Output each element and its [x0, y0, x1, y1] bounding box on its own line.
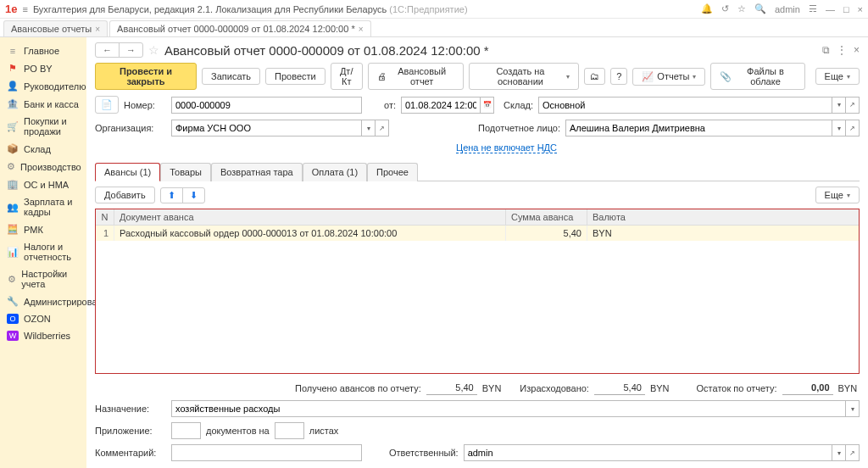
dropdown-icon[interactable]: ▾	[832, 97, 846, 114]
nav-manager[interactable]: 👤Руководителю	[0, 77, 86, 95]
options-icon[interactable]: ☴	[809, 3, 817, 14]
date-input[interactable]	[401, 97, 481, 114]
nav-poby[interactable]: ⚑PO BY	[0, 59, 86, 77]
move-up-icon[interactable]: ⬆	[161, 188, 183, 203]
comment-input[interactable]	[171, 444, 362, 461]
favorite-star-icon[interactable]: ☆	[148, 43, 159, 57]
app-title-text: Бухгалтерия для Беларуси, редакция 2.1. …	[33, 4, 387, 14]
open-icon[interactable]: ↗	[846, 444, 860, 461]
tab-avansovye-otchety[interactable]: Авансовые отчеты ×	[3, 20, 108, 36]
nav-ozon[interactable]: OOZON	[0, 310, 86, 327]
star-icon[interactable]: ☆	[737, 3, 746, 14]
nav-bank[interactable]: 🏦Банк и касса	[0, 95, 86, 113]
close-icon[interactable]: ×	[858, 4, 863, 14]
subtab-avansy[interactable]: Авансы (1)	[95, 163, 160, 181]
save-button[interactable]: Записать	[202, 68, 260, 85]
post-close-button[interactable]: Провести и закрыть	[95, 63, 197, 90]
more-button[interactable]: Еще▾	[815, 68, 860, 85]
create-based-button[interactable]: Создать на основании▾	[469, 63, 580, 90]
open-icon[interactable]: ↗	[846, 97, 860, 114]
sheets-count-input[interactable]	[275, 422, 304, 439]
dropdown-icon[interactable]: ▾	[832, 444, 846, 461]
search-icon[interactable]: 🔍	[754, 3, 766, 14]
nav-label: Руководителю	[24, 81, 86, 92]
open-icon[interactable]: ↗	[846, 120, 860, 136]
subtabs: Авансы (1) Товары Возвратная тара Оплата…	[95, 162, 860, 181]
subtab-oplata[interactable]: Оплата (1)	[303, 163, 367, 181]
docs-on-label: документов на	[206, 426, 270, 436]
popout-icon[interactable]: ⧉	[822, 44, 830, 56]
move-down-icon[interactable]: ⬇	[183, 188, 204, 203]
grid-header: N Документ аванса Сумма аванса Валюта	[96, 209, 859, 226]
open-icon[interactable]: ↗	[376, 120, 389, 136]
caret-down-icon: ▾	[693, 73, 696, 81]
btn-label: Еще	[825, 71, 843, 81]
person-input[interactable]	[565, 120, 832, 136]
files-button[interactable]: 📎Файлы в облаке	[710, 63, 804, 90]
dropdown-icon[interactable]: ▾	[846, 400, 860, 417]
tab-close-icon[interactable]: ×	[359, 25, 364, 34]
add-button[interactable]: Добавить	[95, 187, 155, 203]
subtab-prochee[interactable]: Прочее	[367, 163, 418, 181]
home-icon: ≡	[7, 46, 19, 56]
col-n[interactable]: N	[96, 209, 114, 225]
docs-count-input[interactable]	[171, 422, 201, 439]
nav-label: Банк и касса	[24, 99, 79, 109]
subtab-tara[interactable]: Возвратная тара	[211, 163, 303, 181]
nav-proizv[interactable]: ⚙Производство	[0, 158, 86, 176]
nazn-input[interactable]	[171, 400, 846, 417]
nav-main[interactable]: ≡Главное	[0, 42, 86, 59]
dt-kt-button[interactable]: Дт/Кт	[331, 63, 363, 90]
structure-button[interactable]: 🗂	[584, 68, 605, 85]
close-doc-icon[interactable]: ×	[854, 44, 860, 56]
menu-icon[interactable]: ⋮	[837, 44, 847, 56]
calendar-icon[interactable]: 📅	[481, 97, 494, 114]
cur-label: BYN	[482, 383, 502, 393]
bell-icon[interactable]: 🔔	[701, 3, 713, 14]
nav-admin[interactable]: 🔧Администрирование	[0, 292, 86, 310]
number-input[interactable]	[171, 97, 362, 114]
post-button[interactable]: Провести	[265, 68, 326, 85]
nav-sklad[interactable]: 📦Склад	[0, 140, 86, 158]
tab-more-button[interactable]: Еще▾	[815, 187, 860, 203]
dropdown-icon[interactable]: ▾	[362, 120, 376, 136]
nav-sales[interactable]: 🛒Покупки и продажи	[0, 113, 86, 140]
lbl-org: Организация:	[95, 123, 166, 133]
nav-nalog[interactable]: 📊Налоги и отчетность	[0, 238, 86, 265]
doc-tabbar: Авансовые отчеты × Авансовый отчет 0000-…	[0, 19, 868, 37]
nav-label: РМК	[24, 225, 43, 235]
dropdown-icon[interactable]: ▾	[832, 120, 846, 136]
col-sum[interactable]: Сумма аванса	[506, 209, 587, 225]
subtab-tovary[interactable]: Товары	[160, 163, 211, 181]
report-icon: 📈	[642, 71, 654, 82]
price-mode-link[interactable]: Цена не включает НДС	[456, 142, 557, 153]
history-icon[interactable]: ↺	[721, 3, 729, 14]
nav-rmk[interactable]: 🧮РМК	[0, 220, 86, 238]
row-comment: Комментарий: Ответственный: ▾ ↗	[95, 444, 860, 461]
hamburger-icon[interactable]: ≡	[22, 4, 27, 14]
print-button[interactable]: 🖨Авансовый отчет	[368, 63, 464, 90]
minimize-icon[interactable]: —	[826, 4, 835, 14]
col-doc[interactable]: Документ аванса	[114, 209, 506, 225]
doc-header: ← → ☆ Авансовый отчет 0000-000009 от 01.…	[95, 42, 860, 58]
tab-current-doc[interactable]: Авансовый отчет 0000-000009 от 01.08.202…	[109, 20, 370, 36]
nav-wb[interactable]: WWildberries	[0, 327, 86, 344]
grid-body[interactable]	[96, 241, 859, 373]
nav-zp[interactable]: 👥Зарплата и кадры	[0, 193, 86, 220]
col-cur[interactable]: Валюта	[587, 209, 859, 225]
reports-button[interactable]: 📈Отчеты▾	[632, 68, 705, 86]
help-button[interactable]: ?	[610, 68, 627, 85]
maximize-icon[interactable]: □	[843, 4, 849, 14]
forward-button[interactable]: →	[120, 43, 142, 57]
org-input[interactable]	[171, 120, 362, 136]
nazn-field: ▾	[171, 400, 860, 417]
grid-row[interactable]: 1 Расходный кассовый ордер 0000-000013 о…	[96, 226, 859, 241]
sklad-input[interactable]	[538, 97, 832, 114]
nav-osnma[interactable]: 🏢ОС и НМА	[0, 176, 86, 193]
new-button[interactable]: 📄	[95, 96, 119, 114]
resp-input[interactable]	[464, 444, 832, 461]
user-label[interactable]: admin	[775, 4, 800, 14]
tab-close-icon[interactable]: ×	[95, 25, 100, 34]
back-button[interactable]: ←	[96, 43, 120, 57]
nav-nastr[interactable]: ⚙Настройки учета	[0, 265, 86, 292]
